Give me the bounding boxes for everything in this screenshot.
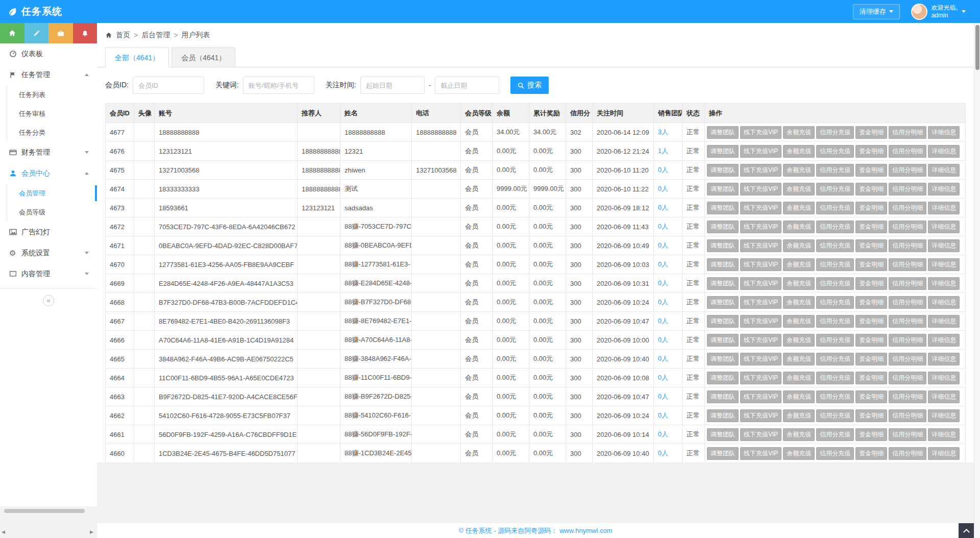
- row-action-button[interactable]: 余额充值: [783, 409, 815, 422]
- cell-sales-team-link[interactable]: 0人: [654, 425, 682, 444]
- breadcrumb-item-home[interactable]: 首页: [116, 31, 130, 40]
- row-action-button[interactable]: 信用分明细: [889, 145, 926, 158]
- row-action-button[interactable]: 线下充值VIP: [740, 447, 781, 460]
- row-action-button[interactable]: 信用分明细: [889, 239, 926, 252]
- horizontal-scrollbar-thumb[interactable]: [4, 509, 85, 513]
- row-action-button[interactable]: 线下充值VIP: [740, 409, 781, 422]
- keyword-input[interactable]: [243, 77, 314, 94]
- row-action-button[interactable]: 调整团队: [707, 221, 739, 233]
- cell-sales-team-link[interactable]: 0人: [654, 217, 682, 236]
- row-action-button[interactable]: 线下充值VIP: [740, 183, 781, 195]
- row-action-button[interactable]: 信用分明细: [889, 409, 926, 422]
- clear-cache-button[interactable]: 清理缓存: [853, 4, 900, 19]
- row-action-button[interactable]: 信用分充值: [816, 277, 854, 290]
- row-action-button[interactable]: 信用分明细: [889, 390, 926, 403]
- sidebar-collapse-button[interactable]: «: [43, 295, 54, 306]
- row-action-button[interactable]: 资金明细: [855, 202, 887, 214]
- row-action-button[interactable]: 资金明细: [855, 239, 887, 252]
- row-action-button[interactable]: 余额充值: [783, 390, 815, 403]
- row-action-button[interactable]: 线下充值VIP: [740, 202, 781, 214]
- row-action-button[interactable]: 详细信息: [928, 164, 960, 177]
- row-action-button[interactable]: 信用分充值: [816, 164, 854, 177]
- row-action-button[interactable]: 调整团队: [707, 183, 739, 195]
- row-action-button[interactable]: 线下充值VIP: [740, 353, 781, 365]
- row-action-button[interactable]: 资金明细: [855, 145, 887, 158]
- vertical-scrollbar[interactable]: [974, 23, 980, 538]
- sidebar-subitem-task-review[interactable]: 任务审核: [0, 104, 97, 123]
- row-action-button[interactable]: 信用分充值: [816, 353, 854, 365]
- row-action-button[interactable]: 余额充值: [783, 296, 815, 309]
- row-action-button[interactable]: 信用分充值: [816, 221, 854, 233]
- row-action-button[interactable]: 资金明细: [855, 315, 887, 328]
- row-action-button[interactable]: 调整团队: [707, 447, 739, 460]
- sidebar-subitem-task-list[interactable]: 任务列表: [0, 85, 97, 104]
- breadcrumb-item-admin[interactable]: 后台管理: [141, 31, 170, 40]
- row-action-button[interactable]: 线下充值VIP: [740, 145, 781, 158]
- row-action-button[interactable]: 资金明细: [855, 164, 887, 177]
- row-action-button[interactable]: 信用分充值: [816, 145, 854, 158]
- row-action-button[interactable]: 余额充值: [783, 447, 815, 460]
- row-action-button[interactable]: 详细信息: [928, 126, 960, 139]
- row-action-button[interactable]: 余额充值: [783, 145, 815, 158]
- search-button[interactable]: 搜索: [510, 77, 549, 94]
- row-action-button[interactable]: 信用分明细: [889, 221, 926, 233]
- row-action-button[interactable]: 线下充值VIP: [740, 428, 781, 441]
- row-action-button[interactable]: 线下充值VIP: [740, 296, 781, 309]
- sidebar-item-content-management[interactable]: 内容管理: [0, 263, 97, 284]
- row-action-button[interactable]: 余额充值: [783, 126, 815, 139]
- row-action-button[interactable]: 余额充值: [783, 183, 815, 195]
- row-action-button[interactable]: 资金明细: [855, 372, 887, 384]
- row-action-button[interactable]: 余额充值: [783, 353, 815, 365]
- row-action-button[interactable]: 详细信息: [928, 277, 960, 290]
- row-action-button[interactable]: 信用分充值: [816, 202, 854, 214]
- row-action-button[interactable]: 资金明细: [855, 390, 887, 403]
- row-action-button[interactable]: 线下充值VIP: [740, 221, 781, 233]
- row-action-button[interactable]: 调整团队: [707, 372, 739, 384]
- row-action-button[interactable]: 信用分明细: [889, 372, 926, 384]
- quick-briefcase-button[interactable]: [48, 23, 73, 43]
- footer-link[interactable]: www.hnymwl.com: [559, 527, 612, 534]
- row-action-button[interactable]: 信用分明细: [889, 277, 926, 290]
- row-action-button[interactable]: 详细信息: [928, 221, 960, 233]
- row-action-button[interactable]: 线下充值VIP: [740, 372, 781, 384]
- row-action-button[interactable]: 信用分充值: [816, 372, 854, 384]
- row-action-button[interactable]: 详细信息: [928, 202, 960, 214]
- sidebar-item-ad-slides[interactable]: 广告幻灯: [0, 222, 97, 242]
- cell-sales-team-link[interactable]: 0人: [654, 293, 682, 312]
- row-action-button[interactable]: 余额充值: [783, 334, 815, 347]
- row-action-button[interactable]: 余额充值: [783, 258, 815, 271]
- row-action-button[interactable]: 信用分明细: [889, 164, 926, 177]
- row-action-button[interactable]: 调整团队: [707, 258, 739, 271]
- vertical-scrollbar-thumb[interactable]: [975, 25, 979, 70]
- cell-sales-team-link[interactable]: 3人: [654, 123, 682, 142]
- row-action-button[interactable]: 资金明细: [855, 334, 887, 347]
- cell-sales-team-link[interactable]: 0人: [654, 199, 682, 217]
- row-action-button[interactable]: 信用分明细: [889, 258, 926, 271]
- row-action-button[interactable]: 余额充值: [783, 202, 815, 214]
- row-action-button[interactable]: 信用分充值: [816, 239, 854, 252]
- cell-sales-team-link[interactable]: 0人: [654, 312, 682, 331]
- cell-sales-team-link[interactable]: 0人: [654, 331, 682, 350]
- sidebar-subitem-task-category[interactable]: 任务分类: [0, 123, 97, 142]
- row-action-button[interactable]: 详细信息: [928, 353, 960, 365]
- row-action-button[interactable]: 余额充值: [783, 239, 815, 252]
- cell-sales-team-link[interactable]: 0人: [654, 387, 682, 406]
- row-action-button[interactable]: 信用分充值: [816, 409, 854, 422]
- row-action-button[interactable]: 线下充值VIP: [740, 334, 781, 347]
- row-action-button[interactable]: 调整团队: [707, 145, 739, 158]
- row-action-button[interactable]: 线下充值VIP: [740, 239, 781, 252]
- cell-sales-team-link[interactable]: 0人: [654, 161, 682, 180]
- row-action-button[interactable]: 余额充值: [783, 221, 815, 233]
- row-action-button[interactable]: 资金明细: [855, 221, 887, 233]
- row-action-button[interactable]: 详细信息: [928, 428, 960, 441]
- cell-sales-team-link[interactable]: 0人: [654, 369, 682, 387]
- row-action-button[interactable]: 信用分明细: [889, 447, 926, 460]
- row-action-button[interactable]: 资金明细: [855, 447, 887, 460]
- row-action-button[interactable]: 详细信息: [928, 390, 960, 403]
- row-action-button[interactable]: 调整团队: [707, 296, 739, 309]
- cell-sales-team-link[interactable]: 0人: [654, 274, 682, 293]
- row-action-button[interactable]: 调整团队: [707, 334, 739, 347]
- row-action-button[interactable]: 信用分明细: [889, 334, 926, 347]
- row-action-button[interactable]: 信用分充值: [816, 315, 854, 328]
- scroll-left-arrow-icon[interactable]: ◀: [2, 529, 5, 534]
